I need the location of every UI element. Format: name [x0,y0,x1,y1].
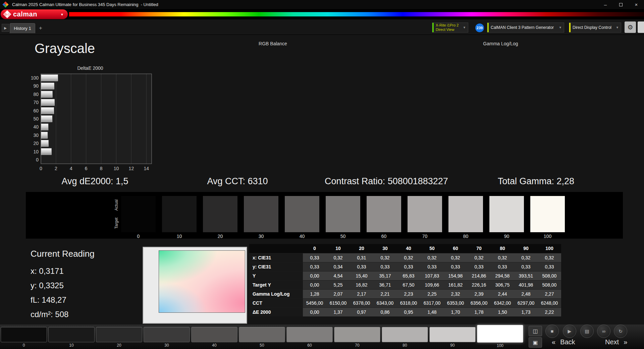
read-count-badge[interactable]: 239 [475,23,484,32]
pattern-level-button[interactable]: 70 [334,325,380,348]
table-cell: 6317,00 [420,298,444,307]
grayscale-swatch-label: 10 [177,234,182,239]
pattern-level-button[interactable]: 100 [477,325,523,348]
pattern-swatch[interactable] [144,327,190,342]
grayscale-swatch-label: 0 [137,234,140,239]
save-button[interactable]: ▤ [580,325,594,338]
table-row: CCT5456,006150,006378,006343,006318,0063… [249,298,561,307]
table-cell: 2,23 [397,289,420,298]
table-cell: 0,00 [303,280,326,289]
table-cell: 1,73 [514,307,538,316]
reading-value: cd/m²: 508 [31,307,95,321]
layout-expand-button[interactable]: ◫ [529,326,542,336]
calman-menu-button[interactable]: calman ▾ [1,9,68,19]
back-button[interactable]: « Back [552,338,575,346]
pattern-swatch[interactable] [286,327,333,342]
pattern-level-button[interactable]: 50 [239,325,285,348]
table-cell: 0,95 [397,307,420,316]
pattern-swatch[interactable] [96,327,142,342]
tab-history-1[interactable]: History 1 [10,23,35,33]
pattern-level-button[interactable]: 90 [429,325,476,348]
pattern-level-button[interactable]: 0 [1,325,47,348]
table-cell: 0,33 [420,262,444,271]
svg-text:10: 10 [114,166,119,171]
table-row: x: CIE310,330,320,310,320,320,320,320,32… [249,253,561,262]
grayscale-swatch-label: 20 [218,234,223,239]
pattern-level-button[interactable]: 10 [48,325,95,348]
chevron-left-icon: « [552,338,555,346]
table-cell: 2,32 [444,289,467,298]
pattern-swatch[interactable] [1,327,47,342]
table-cell: 0,34 [326,262,350,271]
pattern-bar: 0102030405060708090100 ◫▣ ■▶▤∞↻ « Back N… [0,325,644,349]
table-cell: 0,33 [303,262,326,271]
restore-button[interactable] [613,0,629,9]
loop-button[interactable]: ∞ [597,325,610,338]
stop-button[interactable]: ■ [545,325,559,338]
grayscale-swatch [203,196,237,232]
reading-value: x: 0,3171 [31,264,95,278]
pattern-level-button[interactable]: 20 [96,325,142,348]
svg-text:40: 40 [33,124,39,130]
pattern-level-button[interactable]: 40 [191,325,237,348]
pattern-level-button[interactable]: 30 [144,325,190,348]
table-cell: 0,33 [350,262,373,271]
table-cell: 161,82 [444,280,467,289]
play-button[interactable]: ▶ [563,325,576,338]
layout-single-button[interactable]: ▣ [529,337,542,348]
pattern-swatch[interactable] [239,327,285,342]
pattern-generator-dropdown[interactable]: CalMAN Client 3 Pattern Generator ▼ [487,22,564,33]
svg-text:4: 4 [70,166,72,171]
toolbar-edge-button[interactable] [638,21,644,33]
settings-gear-button[interactable]: ⚙ [625,21,636,33]
pattern-level-button[interactable]: 80 [382,325,428,348]
pattern-swatch[interactable] [334,327,380,342]
table-cell: 1,48 [420,307,444,316]
grayscale-ramp-strip: Actual Target 0102030405060708090100 [26,192,623,239]
minimize-button[interactable]: – [598,0,613,9]
chevron-down-icon: ▼ [559,26,564,29]
grayscale-step: 80 [448,196,483,239]
pattern-swatch[interactable] [429,327,476,342]
svg-text:80: 80 [33,92,39,97]
display-control-dropdown[interactable]: Direct Display Control ▼ [569,22,621,33]
pattern-swatch[interactable] [477,325,523,343]
pattern-level-button[interactable]: 60 [286,325,333,348]
grayscale-swatch-label: 60 [381,234,387,239]
grayscale-step: 30 [244,196,278,239]
grayscale-step: 60 [367,196,401,239]
table-cell: 2,44 [491,289,514,298]
table-row-label: Target Y [249,280,303,289]
refresh-button[interactable]: ↻ [614,325,627,338]
table-cell: 6150,00 [326,298,350,307]
table-cell: 2,21 [373,289,397,298]
table-cell: 0,33 [514,262,538,271]
table-header-cell: 90 [514,244,538,253]
pattern-swatch-label: 20 [117,343,121,348]
pattern-swatch[interactable] [382,327,428,342]
svg-text:20: 20 [33,141,39,146]
pattern-swatch[interactable] [48,327,95,342]
table-cell: 2,17 [350,289,373,298]
chevron-down-icon: ▾ [61,12,63,17]
table-cell: 0,32 [420,253,444,262]
tab-scroll-button[interactable]: ▶ [2,24,9,32]
table-cell: 6318,00 [397,298,420,307]
meter-dropdown[interactable]: X-Rite i1Pro 2 Direct View ▼ [432,22,468,33]
table-cell: 393,51 [514,271,538,280]
grayscale-swatch [530,196,565,232]
spectrum-strip [69,12,644,16]
grayscale-swatch-label: 70 [422,234,428,239]
table-header-cell: 0 [303,244,326,253]
rgb-balance-chart: RGB Balance [161,40,385,174]
svg-text:8: 8 [100,166,103,171]
close-button[interactable]: × [629,0,644,9]
add-tab-button[interactable]: + [37,24,44,32]
svg-text:12: 12 [129,166,134,171]
table-cell: 0,32 [467,253,491,262]
chevron-down-icon: ▼ [463,26,468,29]
next-button[interactable]: Next » [605,338,627,346]
pattern-swatch[interactable] [191,327,237,342]
svg-text:60: 60 [33,108,39,113]
svg-text:0: 0 [36,157,39,162]
